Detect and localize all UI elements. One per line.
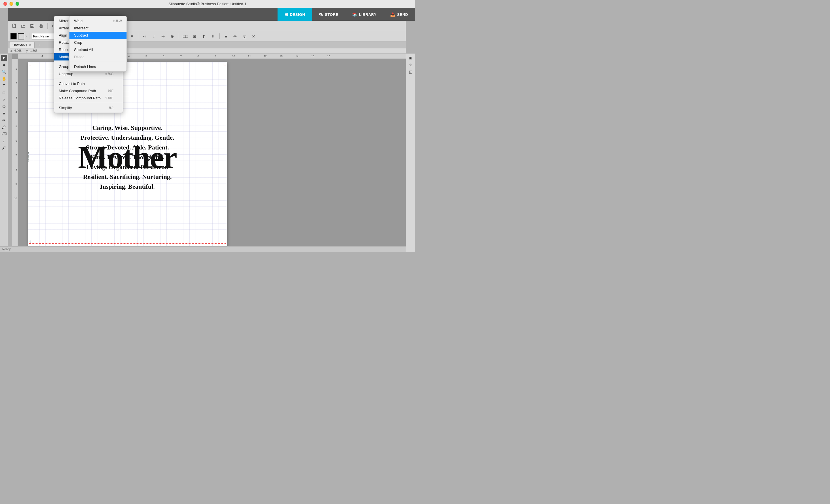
- menu-simplify-label: Simplify: [59, 106, 72, 110]
- submenu-intersect[interactable]: Intersect: [69, 25, 127, 32]
- divider6: [138, 33, 138, 39]
- tab-close-button[interactable]: ✕: [29, 43, 31, 47]
- new-button[interactable]: [10, 23, 19, 29]
- tab-store[interactable]: 🛍 STORE: [312, 8, 346, 21]
- divider7: [179, 33, 179, 39]
- transform-button[interactable]: ⊕: [168, 33, 177, 40]
- window-title: Silhouette Studio® Business Edition: Unt…: [168, 2, 247, 6]
- menu-make-compound-shortcut: ⌘E: [108, 89, 114, 93]
- star-tool[interactable]: ★: [1, 110, 7, 116]
- arrange-button[interactable]: ⊞: [191, 33, 198, 40]
- status-text: Ready: [2, 248, 11, 251]
- submenu-weld-label: Weld: [74, 19, 83, 23]
- eraser-tool[interactable]: ⌫: [1, 131, 7, 137]
- menu-modify-label: Modify: [59, 55, 70, 59]
- svg-rect-5: [40, 27, 42, 27]
- minimize-button[interactable]: [9, 2, 13, 6]
- submenu-detach-lines[interactable]: Detach Lines: [69, 63, 127, 70]
- stroke-color[interactable]: [18, 33, 24, 39]
- select-tool[interactable]: [1, 55, 7, 61]
- right-tool-1[interactable]: ⊞: [408, 55, 414, 61]
- layer-down-button[interactable]: ⬇: [209, 33, 217, 40]
- right-toolbar: ⊞ ☆ ◱: [406, 54, 415, 252]
- traffic-lights: [3, 2, 19, 6]
- knife-tool[interactable]: /: [1, 138, 7, 144]
- 3d-button[interactable]: ◱: [241, 33, 248, 40]
- submenu-crop-label: Crop: [74, 40, 82, 45]
- left-toolbar: ◆ 🔍 ✋ T □ ○ ⬡ ★ ✏ 🖊 ⌫ / 🖌: [0, 54, 8, 246]
- svg-rect-3: [31, 24, 33, 25]
- submenu-sep: [69, 62, 127, 62]
- x-coordinate: x: -6.968: [10, 49, 22, 53]
- submenu-detach-lines-label: Detach Lines: [74, 65, 96, 69]
- submenu-subtract[interactable]: Subtract: [69, 32, 127, 39]
- close-button[interactable]: [3, 2, 7, 6]
- sketch-button[interactable]: ✏: [231, 33, 239, 40]
- menu-convert-to-path[interactable]: Convert to Path: [54, 80, 123, 87]
- print-button[interactable]: [37, 23, 45, 29]
- save-button[interactable]: [28, 23, 36, 29]
- menu-mirror-label: Mirror: [59, 19, 69, 23]
- submenu-weld-shortcut: ⇧⌘W: [113, 19, 122, 23]
- menu-release-compound[interactable]: Release Compound Path ⇧⌘E: [54, 95, 123, 102]
- tab-send[interactable]: 📤 SEND: [383, 8, 415, 21]
- polygon-tool[interactable]: ⬡: [1, 103, 7, 109]
- group-button[interactable]: □□: [181, 33, 189, 40]
- ellipse-tool[interactable]: ○: [1, 96, 7, 103]
- mother-overlay-text: Mother: [78, 139, 177, 176]
- divider1: [47, 23, 47, 29]
- right-tool-2[interactable]: ☆: [408, 62, 414, 68]
- menu-ungroup-shortcut: ⇧⌘G: [105, 72, 114, 76]
- menu-make-compound[interactable]: Make Compound Path ⌘E: [54, 87, 123, 95]
- new-tab-button[interactable]: +: [36, 42, 42, 48]
- menu-make-compound-label: Make Compound Path: [59, 89, 96, 93]
- line-spacing-button[interactable]: ↕: [150, 33, 158, 40]
- document-tab-label: Untitled-1: [12, 43, 27, 47]
- pencil-tool[interactable]: ✏: [1, 117, 7, 123]
- align-left-button[interactable]: ≡: [128, 33, 136, 40]
- titlebar: Silhouette Studio® Business Edition: Unt…: [0, 0, 415, 8]
- close-shape-button[interactable]: ✕: [250, 33, 258, 40]
- menu-convert-label: Convert to Path: [59, 81, 85, 86]
- tab-library[interactable]: 📚 LIBRARY: [345, 8, 383, 21]
- menu-simplify[interactable]: Simplify ⌘J: [54, 104, 123, 111]
- pen-tool[interactable]: 🖊: [1, 124, 7, 130]
- modify-submenu: Weld ⇧⌘W Intersect Subtract Crop Subtrac…: [69, 16, 127, 72]
- divider4: [29, 33, 29, 39]
- effects-button[interactable]: ★: [222, 33, 230, 40]
- menu-group-label: Group: [59, 65, 69, 69]
- grid-icon: ⊞: [284, 12, 288, 17]
- submenu-subtract-all[interactable]: Subtract All: [69, 46, 127, 53]
- submenu-subtract-all-label: Subtract All: [74, 47, 93, 52]
- rect-tool[interactable]: □: [1, 89, 7, 96]
- menu-sep3: [54, 103, 123, 103]
- status-bar: Ready: [0, 246, 415, 252]
- document-tab[interactable]: Untitled-1 ✕: [9, 42, 35, 48]
- menu-release-shortcut: ⇧⌘E: [105, 96, 114, 100]
- paint-tool[interactable]: 🖌: [1, 144, 7, 151]
- fill-color[interactable]: [10, 33, 17, 39]
- library-icon: 📚: [352, 12, 357, 17]
- maximize-button[interactable]: [15, 2, 19, 6]
- menu-release-compound-label: Release Compound Path: [59, 96, 101, 100]
- move-button[interactable]: ✛: [159, 33, 167, 40]
- svg-rect-2: [31, 27, 33, 28]
- text-line-1: Caring. Wise. Supportive.: [81, 123, 174, 133]
- tab-design[interactable]: ⊞ DESIGN: [278, 8, 312, 21]
- divider8: [219, 33, 220, 39]
- menu-align-label: Align: [59, 33, 67, 37]
- node-tool[interactable]: ◆: [1, 62, 7, 68]
- submenu-crop[interactable]: Crop: [69, 39, 127, 46]
- submenu-intersect-label: Intersect: [74, 26, 89, 30]
- zoom-tool[interactable]: 🔍: [1, 69, 7, 75]
- pan-tool[interactable]: ✋: [1, 75, 7, 82]
- open-button[interactable]: [19, 23, 27, 29]
- send-icon: 📤: [390, 12, 395, 17]
- right-tool-3[interactable]: ◱: [408, 69, 414, 75]
- submenu-weld[interactable]: Weld ⇧⌘W: [69, 17, 127, 25]
- text-line-7: Inspiring. Beautiful.: [81, 182, 174, 192]
- submenu-divide-label: Divide: [74, 55, 85, 59]
- char-spacing-button[interactable]: ⇔: [141, 33, 149, 40]
- layer-up-button[interactable]: ⬆: [200, 33, 208, 40]
- text-tool[interactable]: T: [1, 82, 7, 89]
